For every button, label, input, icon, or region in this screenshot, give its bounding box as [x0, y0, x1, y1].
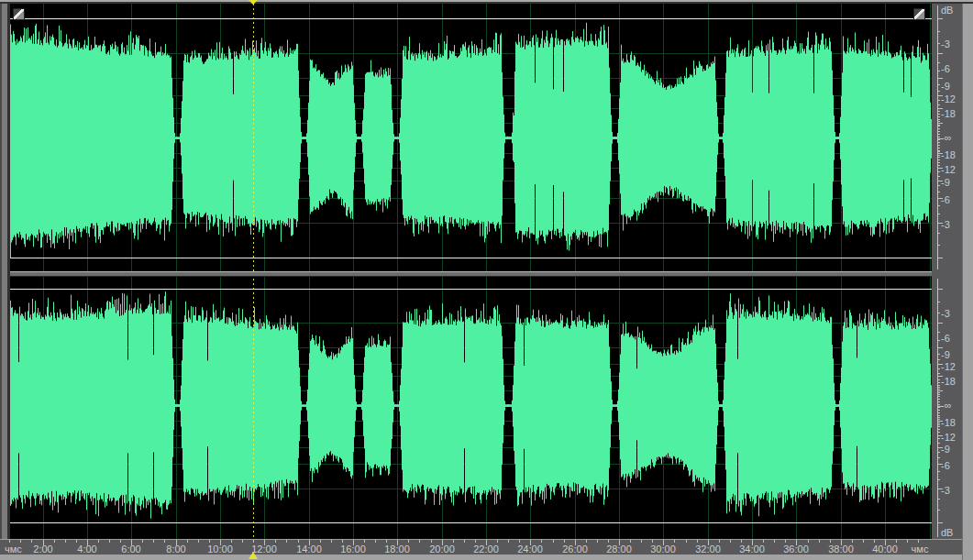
- db-tick-minor: [937, 139, 940, 140]
- db-tick-label: -12: [941, 93, 962, 104]
- time-tick-minor: [819, 540, 820, 543]
- time-tick-minor: [852, 540, 853, 543]
- time-tick-minor: [475, 540, 476, 543]
- db-tick-minor: [937, 332, 940, 333]
- time-tick-minor: [741, 540, 742, 543]
- playhead-marker-triangle[interactable]: [249, 552, 258, 559]
- time-tick-minor: [242, 540, 243, 543]
- db-tick-minor: [937, 205, 940, 206]
- db-tick-minor: [937, 382, 940, 383]
- time-tick-minor: [20, 540, 21, 543]
- db-tick-label: -9: [941, 444, 962, 455]
- time-tick-minor: [785, 540, 786, 543]
- db-tick-minor: [937, 91, 940, 92]
- time-tick-minor: [187, 540, 188, 543]
- db-tick-minor: [937, 134, 940, 135]
- time-tick-label: 36:00: [776, 544, 816, 555]
- time-tick-minor: [386, 540, 387, 543]
- db-tick-minor: [937, 373, 940, 374]
- time-tick-minor: [508, 540, 509, 543]
- time-tick-minor: [298, 540, 299, 543]
- db-tick-label: -3: [941, 308, 962, 319]
- db-tick-label: -3: [941, 38, 962, 49]
- time-tick-minor: [231, 540, 232, 543]
- db-tick-minor: [937, 43, 940, 44]
- db-tick-minor: [937, 165, 940, 166]
- time-tick-label: 8:00: [156, 544, 196, 555]
- time-tick-minor: [808, 540, 809, 543]
- time-tick-minor: [697, 540, 698, 543]
- time-tick-minor: [364, 540, 365, 543]
- db-tick-minor: [937, 245, 940, 246]
- db-tick-minor: [937, 192, 940, 192]
- time-tick-label: 18:00: [377, 544, 417, 555]
- db-tick-minor: [937, 452, 940, 453]
- db-tick-major: [937, 522, 943, 523]
- db-tick-minor: [937, 379, 940, 380]
- time-tick-minor: [553, 540, 554, 543]
- time-tick-label: 40:00: [865, 544, 905, 555]
- db-tick-minor: [937, 155, 940, 156]
- db-tick-minor: [937, 137, 940, 137]
- envelope-handle-left[interactable]: [13, 8, 25, 20]
- db-tick-minor: [937, 114, 940, 115]
- db-tick-minor: [937, 429, 940, 430]
- time-tick-minor: [31, 540, 32, 543]
- time-tick-label: 38:00: [821, 544, 861, 555]
- window-border-right: [962, 4, 973, 560]
- db-tick-minor: [937, 410, 940, 411]
- time-tick-minor: [419, 540, 420, 543]
- db-tick-minor: [937, 176, 940, 177]
- db-ruler[interactable]: dB dB -3-3-6-6-9-9-12-12-18-18-∞-3-3-6-6…: [932, 4, 962, 539]
- waveform-display-channel-1[interactable]: [10, 4, 932, 271]
- playhead-marker-top[interactable]: [249, 0, 258, 5]
- db-tick-minor: [937, 432, 940, 433]
- envelope-handle-right[interactable]: [913, 8, 925, 20]
- db-tick-minor: [937, 150, 940, 151]
- waveform-area: [10, 4, 932, 539]
- db-tick-minor: [937, 389, 940, 390]
- time-tick-minor: [408, 540, 409, 543]
- db-tick-label: -9: [941, 177, 962, 188]
- db-tick-minor: [937, 392, 940, 393]
- time-tick-label: 32:00: [688, 544, 728, 555]
- time-tick-minor: [76, 540, 77, 543]
- time-tick-label: 22:00: [466, 544, 506, 555]
- time-tick-minor: [541, 540, 542, 543]
- db-tick-minor: [937, 145, 940, 146]
- db-tick-major: [937, 258, 943, 258]
- time-tick-minor: [120, 540, 121, 543]
- db-tick-minor: [937, 142, 940, 143]
- time-tick-minor: [874, 540, 875, 543]
- time-tick-minor: [597, 540, 598, 543]
- db-tick-minor: [937, 385, 940, 386]
- db-tick-minor: [937, 100, 940, 101]
- db-tick-major: [937, 78, 943, 79]
- time-ruler[interactable]: чмс чмс 2:004:006:008:0010:0012:0014:001…: [0, 539, 962, 555]
- db-tick-minor: [937, 394, 940, 395]
- time-tick-minor: [641, 540, 642, 543]
- db-tick-minor: [937, 479, 940, 480]
- db-tick-label: -12: [941, 164, 962, 175]
- time-tick-minor: [896, 540, 897, 543]
- db-tick-minor: [937, 151, 940, 152]
- time-tick-minor: [9, 540, 10, 543]
- time-tick-label: 10:00: [200, 544, 240, 555]
- time-tick-minor: [286, 540, 287, 543]
- db-tick-major: [937, 53, 943, 54]
- time-tick-minor: [564, 540, 565, 543]
- time-tick-minor: [719, 540, 720, 543]
- time-tick-minor: [630, 540, 631, 543]
- channel-divider[interactable]: [10, 271, 932, 277]
- db-tick-minor: [937, 162, 940, 163]
- time-tick-minor: [453, 540, 454, 543]
- db-tick-minor: [937, 407, 940, 408]
- db-tick-label: -18: [941, 149, 962, 160]
- db-tick-major: [937, 347, 943, 348]
- time-tick-minor: [253, 540, 254, 543]
- db-tick-minor: [937, 62, 940, 63]
- db-tick-minor: [937, 426, 940, 427]
- time-tick-minor: [331, 540, 332, 543]
- waveform-display-channel-2[interactable]: [10, 277, 932, 539]
- db-tick-label: -18: [941, 108, 962, 119]
